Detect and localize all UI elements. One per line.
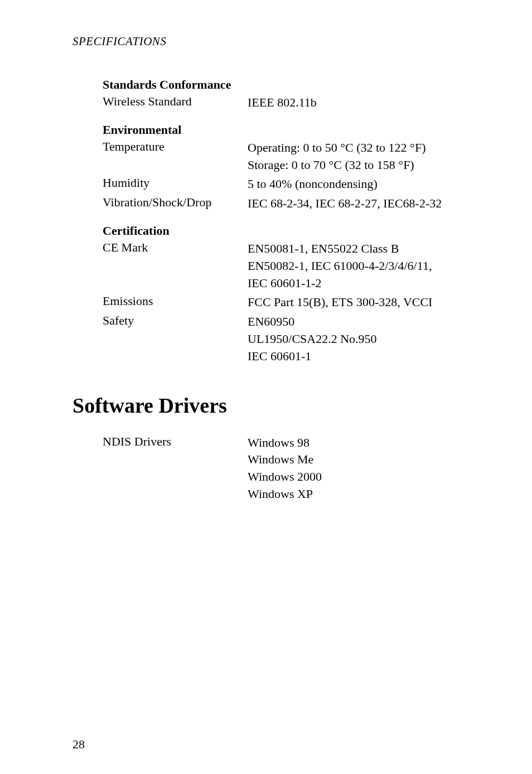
- value-ndis: Windows 98 Windows Me Windows 2000 Windo…: [248, 434, 322, 503]
- label-safety: Safety: [103, 313, 248, 365]
- value-vibration: IEC 68-2-34, IEC 68-2-27, IEC68-2-32: [248, 195, 442, 212]
- heading-environmental: Environmental: [103, 123, 482, 137]
- label-humidity: Humidity: [103, 176, 248, 193]
- row-ndis: NDIS Drivers Windows 98 Windows Me Windo…: [103, 434, 482, 503]
- safety-line3: IEC 60601-1: [248, 348, 377, 365]
- value-emissions: FCC Part 15(B), ETS 300-328, VCCI: [248, 294, 432, 311]
- temp-line2: Storage: 0 to 70 °C (32 to 158 °F): [248, 157, 425, 174]
- row-humidity: Humidity 5 to 40% (noncondensing): [103, 176, 482, 193]
- ce-line1: EN50081-1, EN55022 Class B: [248, 240, 432, 258]
- specs-block: Standards Conformance Wireless Standard …: [103, 78, 482, 365]
- label-ndis: NDIS Drivers: [103, 434, 248, 503]
- safety-line2: UL1950/CSA22.2 No.950: [248, 331, 377, 348]
- row-cemark: CE Mark EN50081-1, EN55022 Class B EN500…: [103, 240, 482, 292]
- heading-software-drivers: Software Drivers: [72, 393, 482, 418]
- ndis-line2: Windows Me: [248, 451, 322, 468]
- ce-line3: IEC 60601-1-2: [248, 275, 432, 292]
- label-temperature: Temperature: [103, 139, 248, 174]
- value-wireless: IEEE 802.11b: [248, 94, 317, 112]
- row-safety: Safety EN60950 UL1950/CSA22.2 No.950 IEC…: [103, 313, 482, 365]
- row-temperature: Temperature Operating: 0 to 50 °C (32 to…: [103, 139, 482, 174]
- value-cemark: EN50081-1, EN55022 Class B EN50082-1, IE…: [248, 240, 432, 292]
- software-block: NDIS Drivers Windows 98 Windows Me Windo…: [103, 434, 482, 503]
- row-vibration: Vibration/Shock/Drop IEC 68-2-34, IEC 68…: [103, 195, 482, 212]
- ce-line2: EN50082-1, IEC 61000-4-2/3/4/6/11,: [248, 258, 432, 275]
- label-wireless: Wireless Standard: [103, 94, 248, 112]
- ndis-line3: Windows 2000: [248, 468, 322, 486]
- heading-standards: Standards Conformance: [103, 78, 482, 92]
- value-safety: EN60950 UL1950/CSA22.2 No.950 IEC 60601-…: [248, 313, 377, 365]
- heading-certification: Certification: [103, 224, 482, 238]
- value-humidity: 5 to 40% (noncondensing): [248, 176, 378, 193]
- value-temperature: Operating: 0 to 50 °C (32 to 122 °F) Sto…: [248, 139, 425, 174]
- row-emissions: Emissions FCC Part 15(B), ETS 300-328, V…: [103, 294, 482, 311]
- ndis-line1: Windows 98: [248, 434, 322, 452]
- safety-line1: EN60950: [248, 313, 377, 331]
- label-cemark: CE Mark: [103, 240, 248, 292]
- row-wireless: Wireless Standard IEEE 802.11b: [103, 94, 482, 112]
- label-vibration: Vibration/Shock/Drop: [103, 195, 248, 212]
- page-number: 28: [72, 737, 85, 752]
- label-emissions: Emissions: [103, 294, 248, 311]
- ndis-line4: Windows XP: [248, 486, 322, 503]
- running-head: SPECIFICATIONS: [72, 35, 482, 49]
- temp-line1: Operating: 0 to 50 °C (32 to 122 °F): [248, 139, 425, 157]
